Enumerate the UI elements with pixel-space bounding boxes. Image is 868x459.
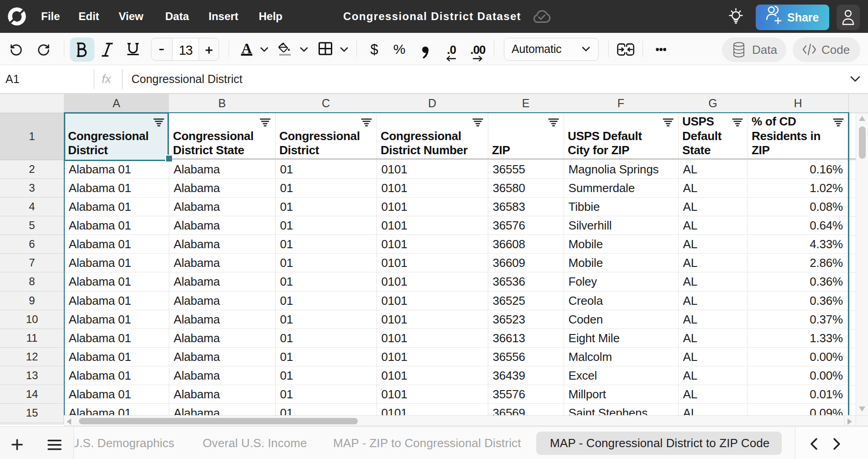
svg-text:.00: .00 — [470, 43, 486, 57]
svg-text:13: 13 — [179, 43, 193, 57]
svg-text:.0: .0 — [447, 43, 456, 57]
svg-text:%: % — [393, 42, 406, 57]
svg-text:$: $ — [370, 42, 378, 57]
svg-text:A: A — [241, 40, 252, 54]
